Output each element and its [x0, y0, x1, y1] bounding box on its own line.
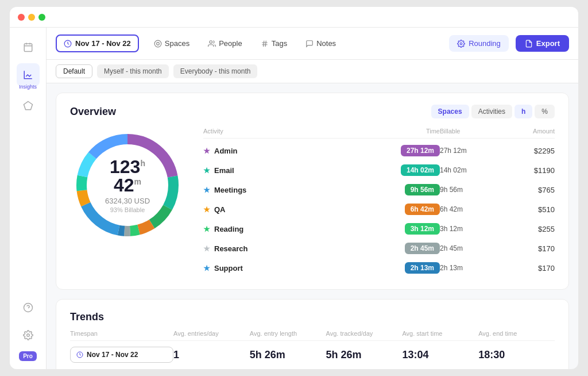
overview-title: Overview [70, 106, 116, 118]
svg-marker-4 [24, 102, 32, 110]
time-badge: 2h 13m [405, 262, 440, 274]
filter-bar: Default Myself - this month Everybody - … [47, 60, 578, 83]
billable-text: 2h 13m [440, 264, 503, 272]
trends-data-row: Nov 17 - Nov 22 1 5h 26m 5h 26m 13:04 18… [70, 341, 555, 369]
nav-people-button[interactable]: People [200, 36, 250, 51]
billable-text: 6h 42m [440, 205, 503, 213]
nav-tags-label: Tags [272, 39, 287, 48]
sidebar-item-calendar[interactable] [17, 36, 40, 59]
star-icon: ★ [203, 166, 210, 175]
svg-line-14 [263, 40, 264, 47]
billable-text: 3h 12m [440, 225, 503, 233]
star-icon: ★ [203, 186, 210, 194]
nav-spaces-label: Spaces [165, 39, 189, 48]
time-badge: 27h 12m [401, 145, 440, 156]
sidebar-item-diamond[interactable] [17, 94, 40, 117]
amount-text: $1190 [503, 166, 555, 175]
avg-end: 18:30 [478, 349, 555, 361]
time-badge: 3h 12m [405, 223, 440, 235]
trends-title: Trends [70, 311, 555, 323]
sidebar: Insights Pro [10, 28, 47, 369]
svg-point-10 [156, 42, 159, 45]
nav-notes-label: Notes [316, 39, 336, 48]
amount-text: $510 [503, 205, 555, 214]
activity-name: ★ Reading [203, 225, 371, 233]
trends-table: Timespan Avg. entries/day Avg. entry len… [70, 330, 555, 369]
view-spaces-btn[interactable]: Spaces [431, 105, 469, 118]
time-badge: 9h 56m [405, 184, 440, 195]
sidebar-item-settings[interactable] [17, 324, 40, 347]
main-content: Nov 17 - Nov 22 Spaces People Tags Notes [47, 28, 578, 369]
date-range-label: Nov 17 - Nov 22 [75, 39, 131, 48]
trends-card: Trends Timespan Avg. entries/day Avg. en… [56, 299, 569, 369]
topbar: Nov 17 - Nov 22 Spaces People Tags Notes [47, 28, 578, 60]
donut-chart: 123h 42m 6324,30 USD 93% Billable [70, 128, 185, 243]
filter-everybody[interactable]: Everybody - this month [173, 64, 258, 78]
trends-date-button[interactable]: Nov 17 - Nov 22 [70, 347, 173, 363]
donut-billable: 93% Billable [99, 206, 156, 213]
svg-point-9 [154, 40, 161, 47]
minutes-suffix: m [134, 177, 141, 186]
star-icon: ★ [203, 244, 210, 253]
view-percent-btn[interactable]: % [535, 105, 555, 118]
export-button[interactable]: Export [516, 35, 569, 52]
avg-entries: 1 [173, 349, 250, 361]
billable-text: 2h 45m [440, 244, 503, 252]
overview-card: Overview Spaces Activities h [56, 93, 569, 290]
minimize-button[interactable] [28, 14, 35, 21]
view-toggle: Spaces Activities h % [431, 105, 555, 118]
billable-text: 9h 56m [440, 186, 503, 194]
svg-point-16 [460, 43, 462, 45]
sidebar-insights-label: Insights [19, 84, 37, 90]
nav-spaces-button[interactable]: Spaces [146, 36, 198, 51]
trends-header: Timespan Avg. entries/day Avg. entry len… [70, 330, 555, 341]
maximize-button[interactable] [38, 14, 45, 21]
nav-notes-button[interactable]: Notes [297, 36, 344, 51]
activity-name: ★ Meetings [203, 186, 371, 194]
sidebar-item-insights-group: Insights [17, 63, 40, 90]
close-button[interactable] [18, 14, 25, 21]
filter-myself[interactable]: Myself - this month [97, 64, 169, 78]
time-badge: 2h 45m [405, 243, 440, 254]
export-label: Export [536, 39, 560, 48]
rounding-button[interactable]: Rounding [449, 35, 509, 52]
star-icon: ★ [203, 147, 210, 155]
star-icon: ★ [203, 264, 210, 273]
billable-text: 14h 02m [440, 166, 503, 174]
hours-suffix: h [140, 159, 145, 168]
avg-start: 13:04 [402, 349, 478, 361]
sidebar-item-insights[interactable] [17, 63, 40, 86]
svg-line-15 [265, 40, 266, 47]
activity-name: ★ Research [203, 244, 371, 253]
donut-hours: 123h 42m [99, 158, 156, 194]
activity-name: ★ Support [203, 264, 371, 273]
svg-point-11 [210, 40, 212, 43]
rounding-label: Rounding [469, 39, 501, 48]
activity-row: ★ Admin 27h 12m 27h 12m $2295 [203, 141, 555, 160]
activity-row: ★ Email 14h 02m 14h 02m $1190 [203, 160, 555, 180]
view-activities-btn[interactable]: Activities [471, 105, 512, 118]
date-range-button[interactable]: Nov 17 - Nov 22 [56, 34, 139, 52]
view-hours-btn[interactable]: h [514, 105, 532, 118]
activity-name: ★ Email [203, 166, 371, 175]
activity-name: ★ QA [203, 205, 371, 214]
amount-text: $2295 [503, 147, 555, 155]
filter-default[interactable]: Default [56, 64, 92, 78]
activity-row: ★ Research 2h 45m 2h 45m $170 [203, 239, 555, 258]
avg-entry-length: 5h 26m [250, 349, 326, 361]
billable-text: 27h 12m [440, 147, 503, 155]
amount-text: $765 [503, 186, 555, 194]
activity-row: ★ Support 2h 13m 2h 13m $170 [203, 258, 555, 278]
sidebar-item-help[interactable] [17, 296, 40, 319]
nav-tags-button[interactable]: Tags [253, 36, 295, 51]
avg-tracked: 5h 26m [326, 349, 403, 361]
donut-usd: 6324,30 USD [99, 197, 156, 205]
star-icon: ★ [203, 225, 210, 233]
activity-name: ★ Admin [203, 147, 371, 155]
pro-badge[interactable]: Pro [19, 351, 37, 361]
activity-table: Activity Time Billable Amount ★ Admin 27… [203, 128, 555, 278]
svg-point-7 [26, 334, 29, 337]
activity-row: ★ QA 6h 42m 6h 42m $510 [203, 199, 555, 219]
amount-text: $170 [503, 264, 555, 273]
content-area: Overview Spaces Activities h [47, 83, 578, 369]
